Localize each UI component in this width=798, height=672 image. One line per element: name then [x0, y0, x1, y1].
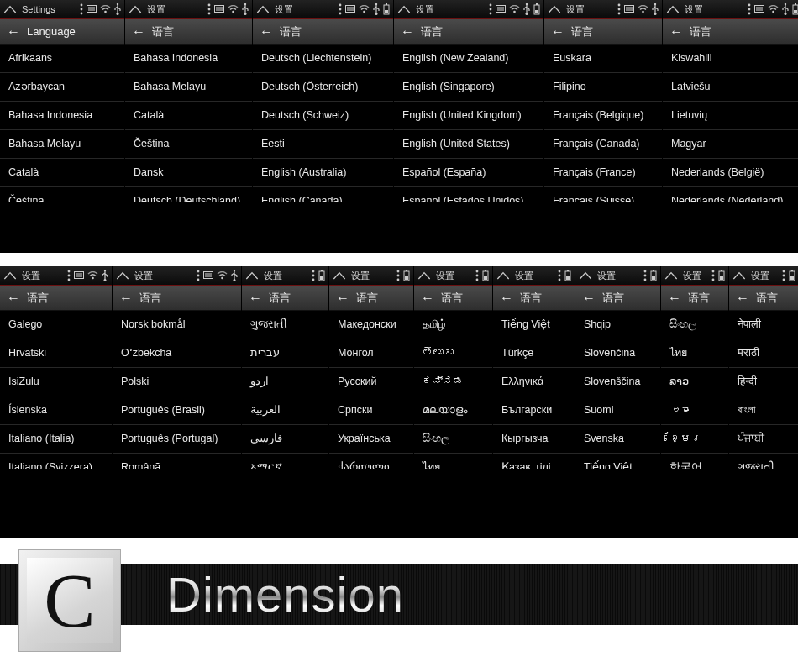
list-item[interactable]: English (Canada) — [253, 187, 393, 202]
list-item[interactable]: Português (Brasil) — [113, 396, 241, 425]
language-list[interactable]: नेपालीमराठीहिन्दीবাংলাਪੰਜਾਬੀગુજરાતી — [729, 311, 798, 538]
language-list[interactable]: AfrikaansAzərbaycanBahasa IndonesiaBahas… — [0, 45, 124, 253]
language-list[interactable]: English (New Zealand)English (Singapore)… — [394, 45, 543, 253]
back-arrow-icon[interactable]: ← — [336, 291, 349, 305]
home-icon[interactable] — [129, 4, 142, 14]
list-item[interactable]: Slovenščina — [575, 368, 660, 396]
list-item[interactable]: Deutsch (Österreich) — [253, 73, 393, 102]
language-list[interactable]: Tiếng ViệtTürkçeΕλληνικάБългарскиКыргызч… — [493, 311, 575, 538]
list-item[interactable]: English (United Kingdom) — [394, 102, 543, 130]
list-item[interactable]: ລາວ — [661, 368, 728, 396]
home-icon[interactable] — [664, 270, 678, 281]
list-item[interactable]: Eesti — [253, 130, 393, 159]
list-item[interactable]: Čeština — [125, 130, 252, 159]
back-arrow-icon[interactable]: ← — [669, 25, 683, 39]
list-item[interactable]: Filipino — [544, 73, 662, 102]
list-item[interactable]: Español (Estados Unidos) — [394, 187, 543, 202]
language-list[interactable]: Norsk bokmålOʻzbekchaPolskiPortuguês (Br… — [113, 311, 241, 538]
back-arrow-icon[interactable]: ← — [260, 25, 273, 39]
list-item[interactable]: Latviešu — [663, 73, 798, 102]
list-item[interactable]: Português (Portugal) — [113, 425, 241, 454]
back-arrow-icon[interactable]: ← — [500, 291, 513, 305]
list-item[interactable]: اردو — [242, 368, 328, 396]
list-item[interactable]: Русский — [329, 368, 413, 396]
list-item[interactable]: ਪੰਜਾਬੀ — [729, 425, 798, 454]
home-icon[interactable] — [256, 4, 270, 14]
back-arrow-icon[interactable]: ← — [582, 291, 596, 305]
list-item[interactable]: Azərbaycan — [0, 73, 124, 102]
back-arrow-icon[interactable]: ← — [7, 25, 20, 39]
list-item[interactable]: Lietuvių — [663, 102, 798, 130]
language-list[interactable]: Deutsch (Liechtenstein)Deutsch (Österrei… — [253, 45, 393, 253]
home-icon[interactable] — [417, 270, 431, 281]
list-item[interactable]: Dansk — [125, 159, 252, 187]
list-item[interactable]: ខ្មែរ — [661, 425, 728, 454]
back-arrow-icon[interactable]: ← — [401, 25, 414, 39]
home-icon[interactable] — [245, 270, 259, 281]
list-item[interactable]: मराठी — [729, 339, 798, 368]
back-arrow-icon[interactable]: ← — [7, 291, 20, 305]
language-list[interactable]: EuskaraFilipinoFrançais (Belgique)França… — [544, 45, 662, 253]
list-item[interactable]: Кыргызча — [493, 425, 575, 454]
list-item[interactable]: മലയാളം — [414, 396, 492, 425]
list-item[interactable]: नेपाली — [729, 311, 798, 339]
list-item[interactable]: Български — [493, 396, 575, 425]
list-item[interactable]: English (Singapore) — [394, 73, 543, 102]
list-item[interactable]: বাংলা — [729, 396, 798, 425]
list-item[interactable]: English (Australia) — [253, 159, 393, 187]
back-arrow-icon[interactable]: ← — [736, 291, 749, 305]
list-item[interactable]: Tiếng Việt — [493, 311, 575, 339]
list-item[interactable]: Italiano (Svizzera) — [0, 454, 112, 469]
back-arrow-icon[interactable]: ← — [551, 25, 564, 39]
list-item[interactable]: 한국어 — [661, 454, 728, 469]
list-item[interactable]: IsiZulu — [0, 368, 112, 396]
list-item[interactable]: Bahasa Melayu — [0, 130, 124, 159]
list-item[interactable]: Deutsch (Schweiz) — [253, 102, 393, 130]
language-list[interactable]: ShqipSlovenčinaSlovenščinaSuomiSvenskaTi… — [575, 311, 660, 538]
list-item[interactable]: العربية — [242, 396, 328, 425]
list-item[interactable]: Hrvatski — [0, 339, 112, 368]
list-item[interactable]: Українська — [329, 425, 413, 454]
list-item[interactable]: தமிழ் — [414, 311, 492, 339]
list-item[interactable]: Ελληνικά — [493, 368, 575, 396]
list-item[interactable]: Galego — [0, 311, 112, 339]
list-item[interactable]: Српски — [329, 396, 413, 425]
list-item[interactable]: Euskara — [544, 45, 662, 73]
list-item[interactable]: Čeština — [0, 187, 124, 202]
back-arrow-icon[interactable]: ← — [421, 291, 434, 305]
language-list[interactable]: KiswahiliLatviešuLietuviųMagyarNederland… — [663, 45, 798, 253]
list-item[interactable]: Shqip — [575, 311, 660, 339]
language-list[interactable]: Bahasa IndonesiaBahasa MelayuCatalàČešti… — [125, 45, 252, 253]
language-list[interactable]: GalegoHrvatskiIsiZuluÍslenskaItaliano (I… — [0, 311, 112, 538]
list-item[interactable]: Қазақ тілі — [493, 454, 575, 469]
back-arrow-icon[interactable]: ← — [132, 25, 145, 39]
list-item[interactable]: Монгол — [329, 339, 413, 368]
list-item[interactable]: Bahasa Indonesia — [0, 102, 124, 130]
home-icon[interactable] — [3, 270, 17, 281]
list-item[interactable]: ગુજરાતી — [242, 311, 328, 339]
list-item[interactable]: සිංහල — [661, 311, 728, 339]
list-item[interactable]: Tiếng Việt — [575, 454, 660, 469]
list-item[interactable]: Español (España) — [394, 159, 543, 187]
list-item[interactable]: Català — [125, 102, 252, 130]
list-item[interactable]: Nederlands (Nederland) — [663, 187, 798, 202]
list-item[interactable]: Română — [113, 454, 241, 469]
language-list[interactable]: සිංහලไทยລາວဗမာខ្មែរ한국어 — [661, 311, 728, 538]
list-item[interactable]: ไทย — [414, 454, 492, 469]
list-item[interactable]: Bahasa Melayu — [125, 73, 252, 102]
list-item[interactable]: Magyar — [663, 130, 798, 159]
back-arrow-icon[interactable]: ← — [249, 291, 262, 305]
list-item[interactable]: Norsk bokmål — [113, 311, 241, 339]
back-arrow-icon[interactable]: ← — [119, 291, 133, 305]
list-item[interactable]: ქართული — [329, 454, 413, 469]
home-icon[interactable] — [3, 4, 17, 14]
list-item[interactable]: ဗမာ — [661, 396, 728, 425]
home-icon[interactable] — [579, 270, 592, 281]
back-arrow-icon[interactable]: ← — [668, 291, 681, 305]
home-icon[interactable] — [666, 4, 680, 14]
list-item[interactable]: Nederlands (België) — [663, 159, 798, 187]
list-item[interactable]: ไทย — [661, 339, 728, 368]
list-item[interactable]: Svenska — [575, 425, 660, 454]
home-icon[interactable] — [732, 270, 746, 281]
language-list[interactable]: ગુજરાતીעבריתاردوالعربيةفارسیአማርኛ — [242, 311, 328, 538]
